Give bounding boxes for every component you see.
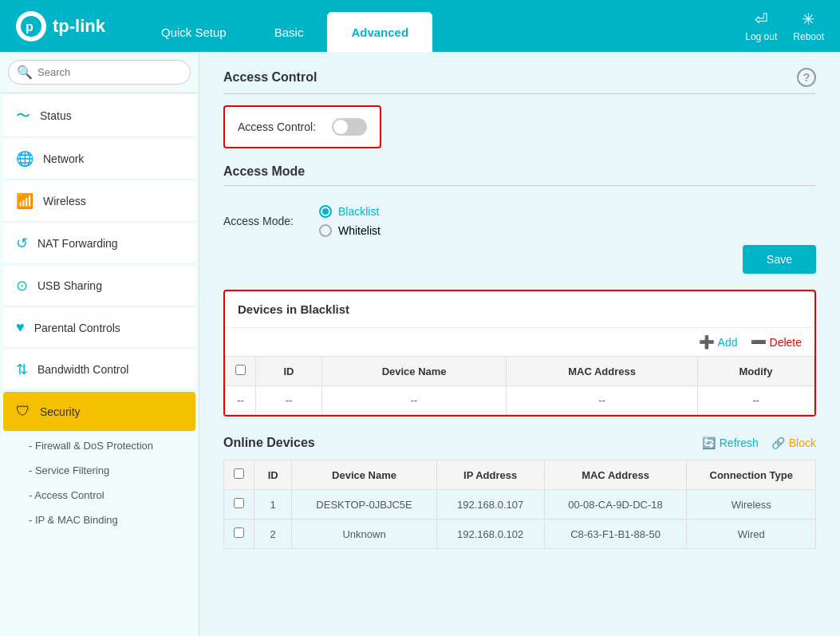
row-checkbox[interactable] [224, 490, 254, 519]
sidebar-sub-item-ip-mac-binding[interactable]: - IP & MAC Binding [0, 508, 199, 532]
delete-icon: ➖ [751, 334, 767, 350]
logout-label: Log out [745, 31, 777, 42]
bandwidth-icon: ⇅ [16, 361, 28, 378]
sidebar-item-label: Wireless [43, 195, 86, 207]
col-checkbox [224, 460, 254, 490]
select-all-blacklist[interactable] [235, 365, 246, 375]
access-control-toggle-box: Access Control: [223, 105, 381, 148]
table-row: 1 DESKTOP-0JBJC5E 192.168.0.107 00-08-CA… [224, 490, 816, 519]
row-mac-address: 00-08-CA-9D-DC-18 [544, 490, 687, 519]
access-control-title: Access Control [223, 70, 317, 85]
logo: p tp-link [16, 11, 105, 41]
radio-whitelist-label: Whitelist [338, 224, 381, 237]
radio-blacklist[interactable]: Blacklist [319, 205, 381, 218]
access-mode-row: Access Mode: Blacklist Whitelist [223, 197, 816, 245]
nat-icon: ↺ [16, 235, 28, 252]
row-mac-address: C8-63-F1-B1-88-50 [544, 519, 687, 549]
refresh-button[interactable]: 🔄 Refresh [702, 437, 759, 449]
blacklist-table: ID Device Name MAC Address Modify -- -- … [225, 356, 814, 415]
sidebar: 🔍 〜 Status 🌐 Network 📶 Wireless ↺ NAT Fo… [0, 52, 199, 636]
radio-group: Blacklist Whitelist [319, 205, 381, 237]
sidebar-item-label: Parental Controls [34, 322, 120, 334]
col-ip-address: IP Address [436, 460, 544, 490]
sidebar-item-usb-sharing[interactable]: ⊙ USB Sharing [3, 266, 195, 306]
radio-blacklist-label: Blacklist [338, 205, 379, 218]
sidebar-sub-item-firewall[interactable]: - Firewall & DoS Protection [0, 433, 199, 458]
row-connection-type: Wireless [687, 490, 816, 519]
online-devices-header: Online Devices 🔄 Refresh 🔗 Block [223, 436, 816, 450]
sidebar-item-network[interactable]: 🌐 Network [3, 139, 195, 180]
sidebar-item-status[interactable]: 〜 Status [3, 95, 195, 137]
sidebar-item-wireless[interactable]: 📶 Wireless [3, 181, 195, 222]
row-device-name: DESKTOP-0JBJC5E [292, 490, 436, 519]
help-icon[interactable]: ? [797, 68, 816, 87]
svg-text:p: p [26, 20, 34, 34]
wireless-icon: 📶 [16, 192, 34, 210]
sidebar-item-label: Network [43, 152, 84, 165]
block-button[interactable]: 🔗 Block [771, 437, 816, 449]
access-control-toggle-label: Access Control: [238, 120, 316, 133]
search-box: 🔍 [0, 52, 199, 93]
table-row: -- -- -- -- -- [226, 386, 814, 415]
radio-blacklist-circle [319, 205, 332, 218]
sidebar-item-label: USB Sharing [37, 279, 102, 292]
row-id: -- [256, 386, 322, 415]
row-ip-address: 192.168.0.102 [436, 519, 544, 549]
sidebar-sub-item-access-control[interactable]: - Access Control [0, 483, 199, 508]
row-connection-type: Wired [687, 519, 816, 549]
delete-button[interactable]: ➖ Delete [751, 334, 802, 350]
col-modify: Modify [697, 357, 814, 386]
access-mode-title: Access Mode [223, 164, 305, 179]
sidebar-item-bandwidth-control[interactable]: ⇅ Bandwidth Control [3, 350, 195, 390]
logout-button[interactable]: ⏎ Log out [745, 10, 777, 42]
sidebar-item-nat-forwarding[interactable]: ↺ NAT Forwarding [3, 223, 195, 264]
refresh-icon: 🔄 [702, 437, 716, 449]
radio-whitelist-circle [319, 224, 332, 237]
network-icon: 🌐 [16, 150, 34, 168]
parental-icon: ♥ [16, 319, 25, 336]
col-id: ID [254, 460, 292, 490]
sidebar-item-label: Status [40, 109, 72, 122]
radio-blacklist-dot [322, 208, 329, 215]
search-input[interactable] [37, 66, 182, 78]
delete-label: Delete [770, 336, 802, 349]
access-control-section-title: Access Control ? [223, 68, 816, 94]
col-mac-address: MAC Address [507, 357, 698, 386]
sidebar-item-label: NAT Forwarding [37, 237, 118, 250]
select-all-online[interactable] [234, 468, 244, 479]
row-checkbox[interactable] [224, 519, 254, 549]
table-row: 2 Unknown 192.168.0.102 C8-63-F1-B1-88-5… [224, 519, 816, 549]
logo-text: tp-link [53, 16, 105, 37]
row-id: 1 [254, 490, 292, 519]
tab-basic[interactable]: Basic [250, 12, 328, 52]
add-button[interactable]: ➕ Add [699, 334, 738, 350]
search-icon: 🔍 [17, 65, 33, 80]
tab-quick-setup[interactable]: Quick Setup [137, 12, 250, 52]
toggle-knob [333, 120, 348, 134]
sidebar-item-label: Security [40, 405, 81, 418]
tab-advanced[interactable]: Advanced [327, 12, 432, 52]
usb-icon: ⊙ [16, 277, 28, 294]
search-input-wrap[interactable]: 🔍 [8, 60, 191, 85]
table-actions: ➕ Add ➖ Delete [225, 328, 814, 356]
col-device-name: Device Name [292, 460, 436, 490]
block-icon: 🔗 [771, 437, 785, 449]
reboot-icon: ✳ [802, 10, 815, 29]
nav-tabs: Quick Setup Basic Advanced [137, 0, 745, 52]
sidebar-sub-item-service-filtering[interactable]: - Service Filtering [0, 458, 199, 483]
save-button[interactable]: Save [743, 245, 816, 274]
blacklist-header: Devices in Blacklist [225, 291, 814, 328]
radio-whitelist[interactable]: Whitelist [319, 224, 381, 237]
reboot-button[interactable]: ✳ Reboot [793, 10, 824, 42]
col-connection-type: Connection Type [687, 460, 816, 490]
header-actions: ⏎ Log out ✳ Reboot [745, 10, 824, 42]
online-devices-table: ID Device Name IP Address MAC Address Co… [223, 460, 816, 549]
add-icon: ➕ [699, 334, 715, 350]
access-control-toggle[interactable] [332, 118, 367, 136]
security-icon: 🛡 [16, 403, 30, 420]
block-label: Block [789, 437, 816, 449]
sidebar-item-security[interactable]: 🛡 Security [3, 392, 195, 432]
sidebar-item-parental-controls[interactable]: ♥ Parental Controls [3, 308, 195, 348]
main-layout: 🔍 〜 Status 🌐 Network 📶 Wireless ↺ NAT Fo… [0, 52, 840, 636]
col-checkbox [226, 357, 256, 386]
